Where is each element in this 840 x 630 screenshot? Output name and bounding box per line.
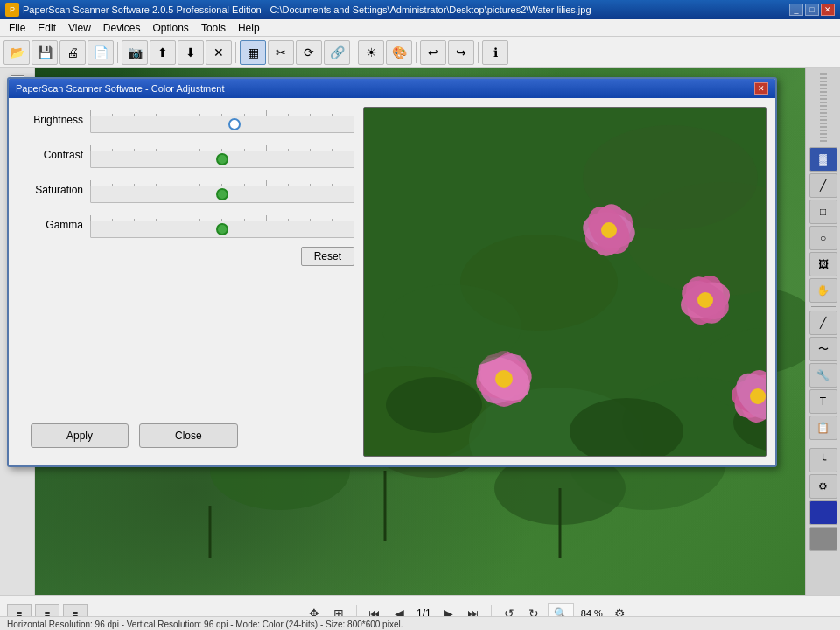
gamma-slider-wrapper — [90, 212, 354, 238]
toolbar-redo[interactable]: ↪ — [448, 40, 474, 65]
svg-point-63 — [697, 292, 713, 308]
status-text: Horizontal Resolution: 96 dpi - Vertical… — [7, 620, 402, 629]
dialog-title-bar[interactable]: PaperScan Scanner Software - Color Adjus… — [9, 79, 775, 98]
status-text-bar: Horizontal Resolution: 96 dpi - Vertical… — [0, 616, 840, 630]
menu-help[interactable]: Help — [233, 21, 265, 35]
svg-point-50 — [386, 377, 482, 433]
toolbar-sep4 — [416, 42, 416, 63]
right-tool-wrench[interactable]: 🔧 — [809, 363, 837, 388]
contrast-label: Contrast — [18, 149, 83, 161]
reset-button[interactable]: Reset — [301, 247, 354, 266]
brightness-row: Brightness — [18, 107, 354, 133]
toolbar-info[interactable]: ℹ — [482, 40, 508, 65]
saturation-slider[interactable] — [91, 192, 354, 196]
contrast-slider[interactable] — [91, 158, 354, 161]
dialog-title-text: PaperScan Scanner Software - Color Adjus… — [16, 83, 224, 94]
contrast-row: Contrast — [18, 142, 354, 168]
toolbar-select[interactable]: ▦ — [240, 40, 266, 65]
toolbar-crop[interactable]: ✂ — [268, 40, 294, 65]
menu-edit[interactable]: Edit — [32, 21, 61, 35]
menu-bar: File Edit View Devices Options Tools Hel… — [0, 19, 840, 37]
saturation-track — [90, 186, 354, 203]
dialog-body: Brightness — [9, 98, 775, 466]
title-bar-left: P PaperScan Scanner Software 2.0.5 Profe… — [5, 3, 592, 17]
brightness-slider[interactable] — [91, 122, 354, 126]
apply-button[interactable]: Apply — [31, 424, 129, 448]
toolbar-ocr[interactable]: 🔗 — [324, 40, 350, 65]
gamma-label: Gamma — [18, 219, 83, 231]
brightness-label: Brightness — [18, 114, 83, 126]
saturation-row: Saturation — [18, 177, 354, 203]
svg-point-78 — [750, 388, 766, 404]
title-bar-text: PaperScan Scanner Software 2.0.5 Profess… — [23, 4, 592, 15]
right-tool-line[interactable]: ╱ — [809, 311, 837, 335]
toolbar-print[interactable]: 🖨 — [60, 40, 86, 65]
right-tool-ellipse[interactable]: ○ — [809, 226, 837, 250]
color-adjustment-dialog: PaperScan Scanner Software - Color Adjus… — [7, 77, 777, 467]
gamma-row: Gamma — [18, 212, 354, 238]
gamma-slider[interactable] — [91, 228, 354, 231]
right-tool-settings[interactable]: ⚙ — [809, 474, 837, 499]
title-bar: P PaperScan Scanner Software 2.0.5 Profe… — [0, 0, 840, 19]
brightness-slider-wrapper — [90, 107, 354, 133]
toolbar-copy[interactable]: 📄 — [88, 40, 114, 65]
title-bar-controls[interactable]: _ □ ✕ — [789, 4, 835, 16]
menu-devices[interactable]: Devices — [98, 21, 146, 35]
preview-svg — [364, 108, 766, 456]
right-tool-stamp[interactable]: ╰ — [809, 448, 837, 472]
svg-point-58 — [495, 370, 513, 388]
toolbar: 📂 💾 🖨 📄 📷 ⬆ ⬇ ✕ ▦ ✂ ⟳ 🔗 ☀ 🎨 ↩ ↪ ℹ — [0, 37, 840, 68]
right-tool-curve[interactable]: 〜 — [809, 337, 837, 361]
maximize-button[interactable]: □ — [805, 4, 819, 16]
right-tool-clipboard[interactable]: 📋 — [809, 416, 837, 440]
svg-point-68 — [601, 222, 617, 238]
dialog-preview — [363, 107, 766, 457]
right-toolbar: ▓ ╱ □ ○ 🖼 ✋ ╱ 〜 🔧 T 📋 ╰ ⚙ — [805, 68, 840, 595]
app-icon: P — [5, 3, 19, 17]
right-tool-image[interactable]: 🖼 — [809, 252, 837, 276]
dialog-buttons: Apply Close — [18, 415, 354, 457]
toolbar-brightness[interactable]: ☀ — [358, 40, 384, 65]
toolbar-up[interactable]: ⬆ — [150, 40, 176, 65]
right-tool-color-swatch[interactable] — [809, 500, 837, 525]
app-close-button[interactable]: ✕ — [821, 4, 835, 16]
toolbar-down[interactable]: ⬇ — [178, 40, 204, 65]
right-tool-text[interactable]: T — [809, 389, 837, 414]
close-button[interactable]: Close — [139, 424, 238, 448]
right-tool-rect[interactable]: □ — [809, 200, 837, 224]
reset-btn-row: Reset — [18, 247, 354, 266]
contrast-track — [90, 150, 354, 168]
right-tool-fill[interactable]: ▓ — [809, 147, 837, 172]
right-tool-sep1 — [811, 306, 836, 307]
saturation-slider-wrapper — [90, 177, 354, 203]
toolbar-sep1 — [117, 42, 118, 63]
minimize-button[interactable]: _ — [789, 4, 803, 16]
toolbar-sep5 — [478, 42, 479, 63]
saturation-label: Saturation — [18, 184, 83, 196]
right-tool-pen[interactable]: ╱ — [809, 173, 837, 198]
menu-tools[interactable]: Tools — [196, 21, 231, 35]
toolbar-color[interactable]: 🎨 — [386, 40, 412, 65]
brightness-track — [90, 116, 354, 133]
dialog-controls: Brightness — [18, 107, 354, 457]
dialog-close-button[interactable]: ✕ — [754, 82, 768, 94]
right-tool-color-swatch2[interactable] — [809, 527, 837, 551]
toolbar-save[interactable]: 💾 — [32, 40, 58, 65]
toolbar-sep3 — [354, 42, 354, 63]
right-tool-hand[interactable]: ✋ — [809, 278, 837, 303]
toolbar-scan[interactable]: 📷 — [122, 40, 148, 65]
svg-point-79 — [382, 284, 522, 368]
contrast-slider-wrapper — [90, 142, 354, 168]
right-toolbar-dots — [820, 74, 827, 144]
status-bar: ≡ ≡ ≡ ✥ ⊞ ⏮ ◀ 1/1 ▶ ⏭ ↺ ↻ 🔍 84 % ⚙ Horiz… — [0, 595, 840, 630]
toolbar-sep2 — [235, 42, 236, 63]
right-tool-sep2 — [811, 444, 836, 444]
menu-options[interactable]: Options — [148, 21, 194, 35]
toolbar-delete[interactable]: ✕ — [206, 40, 232, 65]
toolbar-open[interactable]: 📂 — [4, 40, 30, 65]
menu-view[interactable]: View — [63, 21, 96, 35]
preview-image — [363, 107, 766, 457]
toolbar-undo[interactable]: ↩ — [420, 40, 446, 65]
toolbar-deskew[interactable]: ⟳ — [296, 40, 322, 65]
menu-file[interactable]: File — [4, 21, 31, 35]
